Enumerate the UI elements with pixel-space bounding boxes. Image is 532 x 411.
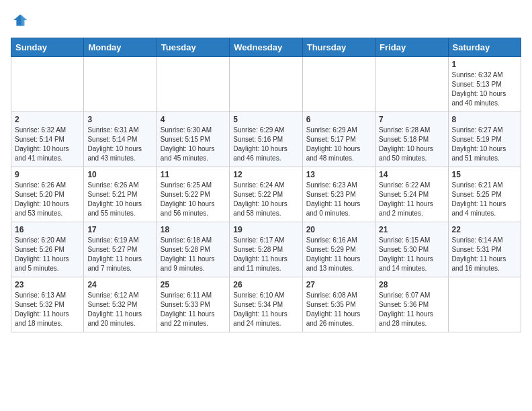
day-number: 13 (306, 170, 371, 179)
calendar-table: SundayMondayTuesdayWednesdayThursdayFrid… (11, 38, 521, 332)
calendar-cell: 23Sunrise: 6:13 AM Sunset: 5:32 PM Dayli… (11, 277, 84, 332)
day-number: 10 (87, 170, 152, 179)
day-number: 16 (15, 225, 80, 234)
calendar-cell: 20Sunrise: 6:16 AM Sunset: 5:29 PM Dayli… (302, 222, 375, 277)
calendar-cell: 15Sunrise: 6:21 AM Sunset: 5:25 PM Dayli… (448, 167, 521, 222)
day-info: Sunrise: 6:08 AM Sunset: 5:35 PM Dayligh… (306, 291, 371, 328)
day-info: Sunrise: 6:19 AM Sunset: 5:27 PM Dayligh… (87, 236, 152, 273)
day-number: 17 (87, 225, 152, 234)
calendar-cell: 19Sunrise: 6:17 AM Sunset: 5:28 PM Dayli… (230, 222, 302, 277)
day-info: Sunrise: 6:16 AM Sunset: 5:29 PM Dayligh… (306, 236, 371, 273)
day-info: Sunrise: 6:26 AM Sunset: 5:20 PM Dayligh… (15, 181, 80, 218)
calendar-cell: 14Sunrise: 6:22 AM Sunset: 5:24 PM Dayli… (375, 167, 448, 222)
calendar-week-row: 23Sunrise: 6:13 AM Sunset: 5:32 PM Dayli… (11, 277, 521, 332)
day-info: Sunrise: 6:29 AM Sunset: 5:16 PM Dayligh… (233, 126, 298, 163)
calendar-cell: 12Sunrise: 6:24 AM Sunset: 5:22 PM Dayli… (230, 167, 302, 222)
calendar-week-row: 2Sunrise: 6:32 AM Sunset: 5:14 PM Daylig… (11, 112, 521, 167)
weekday-header-wednesday: Wednesday (230, 38, 302, 57)
day-number: 11 (161, 170, 226, 179)
day-number: 2 (15, 115, 80, 124)
calendar-cell: 25Sunrise: 6:11 AM Sunset: 5:33 PM Dayli… (157, 277, 229, 332)
day-info: Sunrise: 6:27 AM Sunset: 5:19 PM Dayligh… (452, 126, 517, 163)
calendar-cell: 21Sunrise: 6:15 AM Sunset: 5:30 PM Dayli… (375, 222, 448, 277)
day-info: Sunrise: 6:07 AM Sunset: 5:36 PM Dayligh… (379, 291, 444, 328)
calendar-cell: 9Sunrise: 6:26 AM Sunset: 5:20 PM Daylig… (11, 167, 84, 222)
day-info: Sunrise: 6:24 AM Sunset: 5:22 PM Dayligh… (233, 181, 298, 218)
day-info: Sunrise: 6:30 AM Sunset: 5:15 PM Dayligh… (161, 126, 226, 163)
calendar-cell: 18Sunrise: 6:18 AM Sunset: 5:28 PM Dayli… (157, 222, 229, 277)
calendar-cell: 1Sunrise: 6:32 AM Sunset: 5:13 PM Daylig… (448, 57, 521, 112)
day-number: 3 (87, 115, 152, 124)
calendar-week-row: 9Sunrise: 6:26 AM Sunset: 5:20 PM Daylig… (11, 167, 521, 222)
weekday-header-monday: Monday (84, 38, 157, 57)
calendar-cell: 22Sunrise: 6:14 AM Sunset: 5:31 PM Dayli… (448, 222, 521, 277)
day-number: 4 (161, 115, 226, 124)
calendar-cell: 16Sunrise: 6:20 AM Sunset: 5:26 PM Dayli… (11, 222, 84, 277)
day-number: 28 (379, 280, 444, 289)
calendar-cell: 26Sunrise: 6:10 AM Sunset: 5:34 PM Dayli… (230, 277, 302, 332)
calendar-cell (448, 277, 521, 332)
calendar-cell: 11Sunrise: 6:25 AM Sunset: 5:22 PM Dayli… (157, 167, 229, 222)
calendar-cell: 4Sunrise: 6:30 AM Sunset: 5:15 PM Daylig… (157, 112, 229, 167)
day-number: 22 (452, 225, 517, 234)
page-header (11, 11, 521, 30)
day-info: Sunrise: 6:28 AM Sunset: 5:18 PM Dayligh… (379, 126, 444, 163)
calendar-week-row: 16Sunrise: 6:20 AM Sunset: 5:26 PM Dayli… (11, 222, 521, 277)
day-number: 5 (233, 115, 298, 124)
day-info: Sunrise: 6:12 AM Sunset: 5:32 PM Dayligh… (87, 291, 152, 328)
day-number: 24 (87, 280, 152, 289)
day-info: Sunrise: 6:11 AM Sunset: 5:33 PM Dayligh… (161, 291, 226, 328)
calendar-cell: 6Sunrise: 6:29 AM Sunset: 5:17 PM Daylig… (302, 112, 375, 167)
calendar-cell: 17Sunrise: 6:19 AM Sunset: 5:27 PM Dayli… (84, 222, 157, 277)
day-info: Sunrise: 6:15 AM Sunset: 5:30 PM Dayligh… (379, 236, 444, 273)
calendar-cell: 28Sunrise: 6:07 AM Sunset: 5:36 PM Dayli… (375, 277, 448, 332)
calendar-cell (157, 57, 229, 112)
day-info: Sunrise: 6:32 AM Sunset: 5:13 PM Dayligh… (452, 71, 517, 108)
day-number: 27 (306, 280, 371, 289)
calendar-cell: 24Sunrise: 6:12 AM Sunset: 5:32 PM Dayli… (84, 277, 157, 332)
day-number: 26 (233, 280, 298, 289)
day-number: 7 (379, 115, 444, 124)
day-number: 20 (306, 225, 371, 234)
calendar-cell (230, 57, 302, 112)
day-info: Sunrise: 6:29 AM Sunset: 5:17 PM Dayligh… (306, 126, 371, 163)
calendar-cell: 7Sunrise: 6:28 AM Sunset: 5:18 PM Daylig… (375, 112, 448, 167)
day-number: 18 (161, 225, 226, 234)
day-info: Sunrise: 6:10 AM Sunset: 5:34 PM Dayligh… (233, 291, 298, 328)
day-number: 15 (452, 170, 517, 179)
calendar-week-row: 1Sunrise: 6:32 AM Sunset: 5:13 PM Daylig… (11, 57, 521, 112)
day-info: Sunrise: 6:32 AM Sunset: 5:14 PM Dayligh… (15, 126, 80, 163)
day-number: 12 (233, 170, 298, 179)
calendar-cell (11, 57, 84, 112)
day-info: Sunrise: 6:25 AM Sunset: 5:22 PM Dayligh… (161, 181, 226, 218)
calendar-cell: 8Sunrise: 6:27 AM Sunset: 5:19 PM Daylig… (448, 112, 521, 167)
day-number: 9 (15, 170, 80, 179)
day-info: Sunrise: 6:17 AM Sunset: 5:28 PM Dayligh… (233, 236, 298, 273)
day-info: Sunrise: 6:26 AM Sunset: 5:21 PM Dayligh… (87, 181, 152, 218)
weekday-header-friday: Friday (375, 38, 448, 57)
day-number: 14 (379, 170, 444, 179)
calendar-cell (302, 57, 375, 112)
day-info: Sunrise: 6:21 AM Sunset: 5:25 PM Dayligh… (452, 181, 517, 218)
day-number: 19 (233, 225, 298, 234)
calendar-cell: 10Sunrise: 6:26 AM Sunset: 5:21 PM Dayli… (84, 167, 157, 222)
day-number: 8 (452, 115, 517, 124)
day-info: Sunrise: 6:13 AM Sunset: 5:32 PM Dayligh… (15, 291, 80, 328)
calendar-cell (84, 57, 157, 112)
day-info: Sunrise: 6:31 AM Sunset: 5:14 PM Dayligh… (87, 126, 152, 163)
day-info: Sunrise: 6:22 AM Sunset: 5:24 PM Dayligh… (379, 181, 444, 218)
calendar-cell: 2Sunrise: 6:32 AM Sunset: 5:14 PM Daylig… (11, 112, 84, 167)
day-number: 23 (15, 280, 80, 289)
day-number: 21 (379, 225, 444, 234)
weekday-header-thursday: Thursday (302, 38, 375, 57)
weekday-header-tuesday: Tuesday (157, 38, 229, 57)
logo (11, 11, 32, 30)
calendar-cell: 3Sunrise: 6:31 AM Sunset: 5:14 PM Daylig… (84, 112, 157, 167)
weekday-header-sunday: Sunday (11, 38, 84, 57)
day-number: 25 (161, 280, 226, 289)
logo-icon (11, 11, 30, 30)
calendar-cell: 27Sunrise: 6:08 AM Sunset: 5:35 PM Dayli… (302, 277, 375, 332)
calendar-cell (375, 57, 448, 112)
day-info: Sunrise: 6:23 AM Sunset: 5:23 PM Dayligh… (306, 181, 371, 218)
weekday-header-saturday: Saturday (448, 38, 521, 57)
